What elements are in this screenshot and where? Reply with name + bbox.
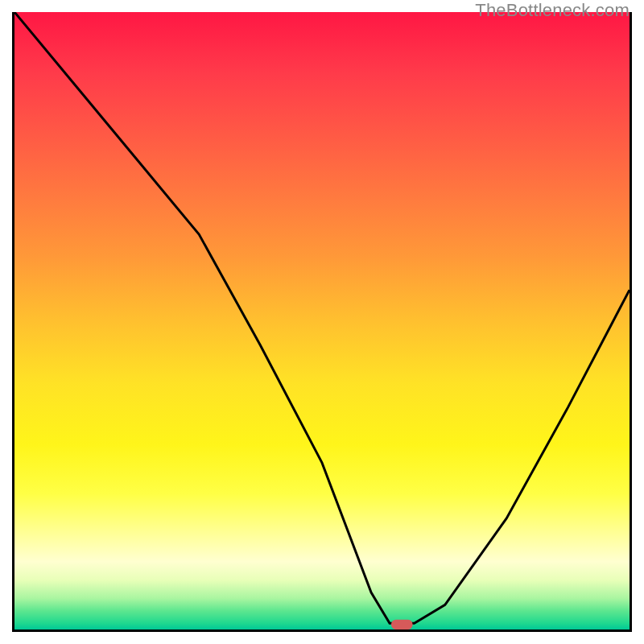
watermark-text: TheBottleneck.com — [475, 0, 630, 21]
bottleneck-curve — [14, 12, 630, 623]
plot-area — [12, 12, 632, 632]
chart-container: TheBottleneck.com — [0, 0, 644, 644]
chart-svg — [14, 12, 630, 630]
optimal-marker — [391, 620, 413, 630]
